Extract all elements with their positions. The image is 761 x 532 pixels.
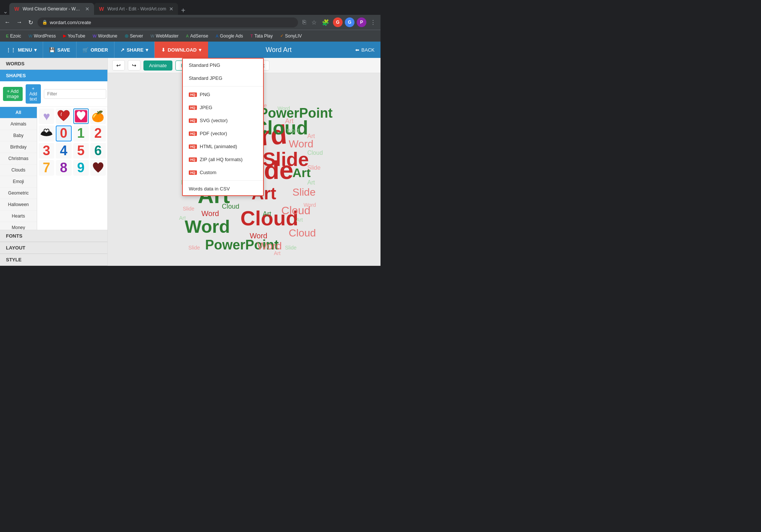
bookmarks-bar: E Ezoic W WordPress ▶ YouTube W Wordtune… <box>0 30 380 42</box>
back-nav-button[interactable]: ← <box>3 17 12 27</box>
shape-heart-pink-box[interactable] <box>73 108 89 124</box>
style-section[interactable]: STYLE <box>0 254 107 266</box>
svg-text:Cloud: Cloud <box>222 203 239 210</box>
reload-button[interactable]: ↻ <box>27 17 35 27</box>
add-image-button[interactable]: + Add image <box>3 87 23 101</box>
bookmark-youtube[interactable]: ▶ YouTube <box>60 33 88 39</box>
category-halloween[interactable]: Halloween <box>0 199 37 210</box>
shapes-section[interactable]: SHAPES <box>0 70 107 81</box>
download-png[interactable]: HQ PNG <box>183 88 263 101</box>
category-emoji[interactable]: Emoji <box>0 176 37 187</box>
svg-text:Word: Word <box>250 232 267 240</box>
category-baby[interactable]: Baby <box>0 130 37 141</box>
category-all[interactable]: All <box>0 107 37 118</box>
download-zip[interactable]: HQ ZIP (all HQ formats) <box>183 153 263 166</box>
menu-dots-icon: ⋮⋮ <box>6 47 16 53</box>
share-button[interactable]: ↗ SHARE ▾ <box>114 42 155 58</box>
tab-close-1[interactable]: ✕ <box>85 6 90 12</box>
category-animals[interactable]: Animals <box>0 118 37 130</box>
forward-nav-button[interactable]: → <box>15 17 24 27</box>
tab-wordart[interactable]: W Word Art - Edit - WordArt.com ✕ <box>94 3 178 15</box>
download-custom[interactable]: HQ Custom <box>183 166 263 179</box>
save-button[interactable]: 💾 SAVE <box>43 42 76 58</box>
menu-button[interactable]: ⋮⋮ MENU ▾ <box>0 42 43 58</box>
cast-icon[interactable]: ⎘ <box>301 17 308 27</box>
words-section[interactable]: WORDS <box>0 58 107 70</box>
category-geometric[interactable]: Geometric <box>0 187 37 199</box>
filter-input[interactable] <box>44 89 106 99</box>
fonts-section[interactable]: FONTS <box>0 230 107 242</box>
dropdown-divider-2 <box>183 180 263 181</box>
shape-four[interactable]: 4 <box>56 143 71 159</box>
share-chevron-icon: ▾ <box>146 47 148 53</box>
animate-button[interactable]: Animate <box>143 61 172 71</box>
order-button[interactable]: 🛒 ORDER <box>77 42 114 58</box>
shape-seven[interactable]: 7 <box>39 160 54 176</box>
download-std-png[interactable]: Standard PNG <box>183 59 263 72</box>
lock-icon: 🔒 <box>42 20 48 25</box>
download-jpeg[interactable]: HQ JPEG <box>183 101 263 114</box>
address-actions: ⎘ ☆ 🧩 G G P ⋮ <box>301 17 378 27</box>
tab-overflow-icon[interactable]: ⌄ <box>3 8 8 15</box>
bookmark-adsense[interactable]: A AdSense <box>183 33 211 39</box>
add-text-button[interactable]: + Add text <box>26 84 41 104</box>
extension-icon[interactable]: 🧩 <box>320 17 331 27</box>
bookmark-icon[interactable]: ☆ <box>310 17 318 27</box>
layout-section[interactable]: LAYOUT <box>0 242 107 254</box>
save-icon: 💾 <box>49 47 55 53</box>
svg-text:PowerPoint: PowerPoint <box>259 105 333 121</box>
bookmark-sonyliv[interactable]: ✓ SonyLIV <box>277 33 305 39</box>
shape-one[interactable]: 1 <box>73 125 89 141</box>
svg-text:Word: Word <box>278 105 290 111</box>
category-christmas[interactable]: Christmas <box>0 153 37 164</box>
new-tab-button[interactable]: + <box>178 6 188 15</box>
hq-badge-zip: HQ <box>189 157 197 162</box>
more-options-icon[interactable]: ⋮ <box>369 17 378 27</box>
category-hearts[interactable]: Hearts <box>0 210 37 222</box>
bookmark-tataplay[interactable]: T Tata Play <box>247 33 276 39</box>
category-list: All Animals Baby Birthday Christmas Clou… <box>0 107 37 230</box>
shape-orange-partial[interactable]: 🍊 <box>90 108 106 124</box>
url-bar[interactable]: 🔒 wordart.com/create <box>38 17 298 27</box>
shapes-grid: ♥ <box>37 107 107 230</box>
download-std-jpeg[interactable]: Standard JPEG <box>183 72 263 85</box>
shape-zero[interactable]: 0 <box>56 125 71 141</box>
profile-avatar-red[interactable]: G <box>333 17 343 27</box>
shape-two[interactable]: 2 <box>90 125 106 141</box>
download-svg[interactable]: HQ SVG (vector) <box>183 114 263 127</box>
shape-nine[interactable]: 9 <box>73 160 89 176</box>
category-clouds[interactable]: Clouds <box>0 164 37 176</box>
bookmark-wordpress[interactable]: W WordPress <box>26 33 59 39</box>
download-html[interactable]: HQ HTML (animated) <box>183 140 263 153</box>
download-csv[interactable]: Words data in CSV <box>183 182 263 195</box>
download-button[interactable]: ⬇ DOWNLOAD ▾ <box>155 42 208 58</box>
download-pdf[interactable]: HQ PDF (vector) <box>183 127 263 140</box>
bookmark-wordtune[interactable]: W Wordtune <box>90 33 120 39</box>
shape-six[interactable]: 6 <box>90 143 106 159</box>
tab-close-2[interactable]: ✕ <box>169 6 174 12</box>
profile-avatar-blue[interactable]: G <box>345 17 354 27</box>
bookmark-youtube-label: YouTube <box>68 33 85 39</box>
profile-avatar-purple[interactable]: P <box>357 17 366 27</box>
shape-heart-purple[interactable]: ♥ <box>39 108 54 124</box>
hq-badge-pdf: HQ <box>189 131 197 136</box>
tab-wordcloud[interactable]: W Word Cloud Generator - WordAr... ✕ <box>9 3 94 15</box>
bookmark-ezoic[interactable]: E Ezoic <box>3 33 24 39</box>
shape-five[interactable]: 5 <box>73 143 89 159</box>
std-jpeg-label: Standard JPEG <box>189 75 222 81</box>
category-money[interactable]: Money <box>0 222 37 230</box>
back-button[interactable]: ⬅ BACK <box>349 47 380 53</box>
redo-button[interactable]: ↪ <box>128 60 140 71</box>
svg-text:Art: Art <box>179 215 186 221</box>
shape-eight[interactable]: 8 <box>56 160 71 176</box>
bookmark-server[interactable]: ◎ Server <box>122 33 146 39</box>
shape-hands-heart[interactable] <box>39 125 54 141</box>
bookmark-webmaster[interactable]: W WebMaster <box>148 33 182 39</box>
shape-heart-red[interactable] <box>56 108 71 124</box>
category-birthday[interactable]: Birthday <box>0 141 37 153</box>
shape-three[interactable]: 3 <box>39 143 54 159</box>
undo-button[interactable]: ↩ <box>112 60 125 71</box>
shape-heart-dark[interactable] <box>90 160 106 176</box>
bookmark-googleads[interactable]: A Google Ads <box>213 33 246 39</box>
pdf-label: PDF (vector) <box>200 131 227 136</box>
